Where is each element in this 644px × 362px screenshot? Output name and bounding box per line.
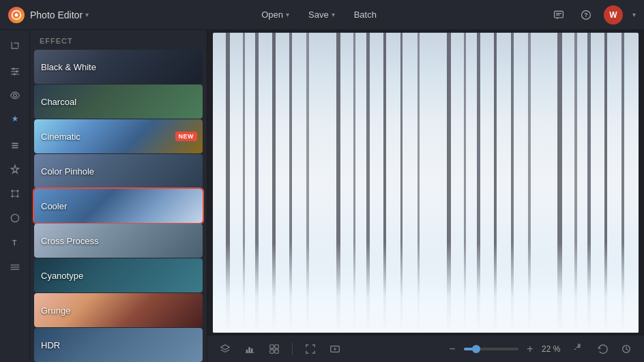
effect-label-grunge: Grunge <box>34 305 77 316</box>
app-title-group[interactable]: Photo Editor ▾ <box>30 10 89 20</box>
open-button[interactable]: Open ▾ <box>253 7 297 22</box>
app-title: Photo Editor <box>30 10 83 20</box>
avatar-button[interactable]: W <box>604 5 623 25</box>
histogram-button[interactable] <box>240 340 259 359</box>
effect-item-charcoal[interactable]: Charcoal <box>34 85 203 119</box>
effects-panel: EFFECT Black & WhiteCharcoalCinematicNEW… <box>30 30 207 362</box>
photo-canvas <box>213 33 639 333</box>
main-content: T EFFECT Black & WhiteCharcoalCinematicN… <box>0 30 644 362</box>
svg-point-19 <box>11 195 13 197</box>
svg-rect-32 <box>251 348 253 352</box>
svg-rect-30 <box>246 349 248 352</box>
effect-item-grunge[interactable]: Grunge <box>34 293 203 327</box>
effect-label-crossprocess: Cross Process <box>34 236 106 246</box>
lines-tool-button[interactable] <box>4 256 26 278</box>
topbar-center: Open ▾ Save ▾ Batch <box>89 7 549 22</box>
effect-item-hdr[interactable]: HDR <box>34 328 203 362</box>
bottom-separator-1 <box>292 343 293 355</box>
canvas-area: − + 22 % <box>207 30 644 362</box>
layers-button[interactable] <box>216 340 235 359</box>
svg-rect-37 <box>275 349 278 352</box>
effect-item-cinematic[interactable]: CinematicNEW <box>34 119 203 153</box>
effect-label-cooler: Cooler <box>34 201 74 211</box>
svg-point-1 <box>15 13 18 16</box>
effect-label-bw: Black & White <box>34 62 103 72</box>
fit-button[interactable] <box>301 340 320 359</box>
effects-header: EFFECT <box>30 30 207 49</box>
svg-point-25 <box>11 214 18 222</box>
topbar-right: ? W ▾ <box>549 5 636 25</box>
canvas-container <box>207 30 644 335</box>
svg-point-8 <box>12 67 14 70</box>
svg-rect-35 <box>275 344 278 348</box>
reset-zoom-button[interactable] <box>570 340 589 359</box>
comments-button[interactable] <box>549 5 568 25</box>
effect-label-hdr: HDR <box>34 340 67 350</box>
svg-rect-2 <box>555 11 564 18</box>
svg-rect-16 <box>12 147 18 149</box>
bottom-toolbar: − + 22 % <box>207 335 644 362</box>
effect-item-cyanotype[interactable]: Cyanotype <box>34 258 203 292</box>
effect-item-colorpinhole[interactable]: Color Pinhole <box>34 154 203 188</box>
svg-rect-34 <box>270 344 274 348</box>
adjust-tool-button[interactable] <box>4 60 26 82</box>
zoom-in-button[interactable]: + <box>523 342 538 357</box>
fullscreen-button[interactable] <box>325 340 345 359</box>
svg-point-12 <box>13 73 15 75</box>
view-tool-button[interactable] <box>4 85 26 106</box>
save-button[interactable]: Save ▾ <box>300 7 343 22</box>
zoom-controls: − + 22 % <box>445 340 636 359</box>
undo-button[interactable] <box>594 340 613 359</box>
history-button[interactable] <box>617 340 636 359</box>
favorites-tool-button[interactable] <box>4 158 26 180</box>
snow-scene-image <box>213 33 639 333</box>
zoom-slider-thumb[interactable] <box>472 345 480 353</box>
effects-list: Black & WhiteCharcoalCinematicNEWColor P… <box>30 49 207 362</box>
svg-text:?: ? <box>584 12 587 18</box>
effect-badge-cinematic: NEW <box>175 132 198 141</box>
app-logo <box>8 7 25 23</box>
svg-rect-14 <box>12 143 18 145</box>
svg-point-20 <box>16 195 18 197</box>
effect-label-charcoal: Charcoal <box>34 97 83 107</box>
svg-rect-31 <box>248 347 250 352</box>
icon-sidebar: T <box>0 30 30 362</box>
effect-label-colorpinhole: Color Pinhole <box>34 166 101 177</box>
zoom-percent: 22 % <box>542 344 566 354</box>
crop-tool-button[interactable] <box>4 35 26 57</box>
shape-tool-button[interactable] <box>4 207 26 229</box>
svg-rect-36 <box>270 349 274 352</box>
node-tool-button[interactable] <box>4 183 26 205</box>
effect-item-crossprocess[interactable]: Cross Process <box>34 224 203 258</box>
topbar: Photo Editor ▾ Open ▾ Save ▾ Batch ? W ▾ <box>0 0 644 30</box>
help-button[interactable]: ? <box>576 5 596 25</box>
grid-view-button[interactable] <box>265 340 284 359</box>
svg-point-10 <box>15 70 17 72</box>
avatar-chevron: ▾ <box>632 11 636 18</box>
svg-text:T: T <box>12 239 17 247</box>
zoom-out-button[interactable]: − <box>445 342 460 357</box>
layers-tool-button[interactable] <box>4 134 26 155</box>
effect-label-cinematic: Cinematic <box>34 132 87 142</box>
svg-point-18 <box>16 190 18 192</box>
effect-item-bw[interactable]: Black & White <box>34 50 203 84</box>
text-tool-button[interactable]: T <box>4 232 26 254</box>
svg-point-13 <box>13 94 16 97</box>
batch-button[interactable]: Batch <box>346 7 385 22</box>
effects-tool-button[interactable] <box>4 109 26 131</box>
zoom-slider-track[interactable] <box>464 348 518 350</box>
effect-item-cooler[interactable]: Cooler <box>34 189 203 223</box>
svg-point-17 <box>11 190 13 192</box>
effect-label-cyanotype: Cyanotype <box>34 271 90 281</box>
svg-rect-15 <box>12 145 18 147</box>
